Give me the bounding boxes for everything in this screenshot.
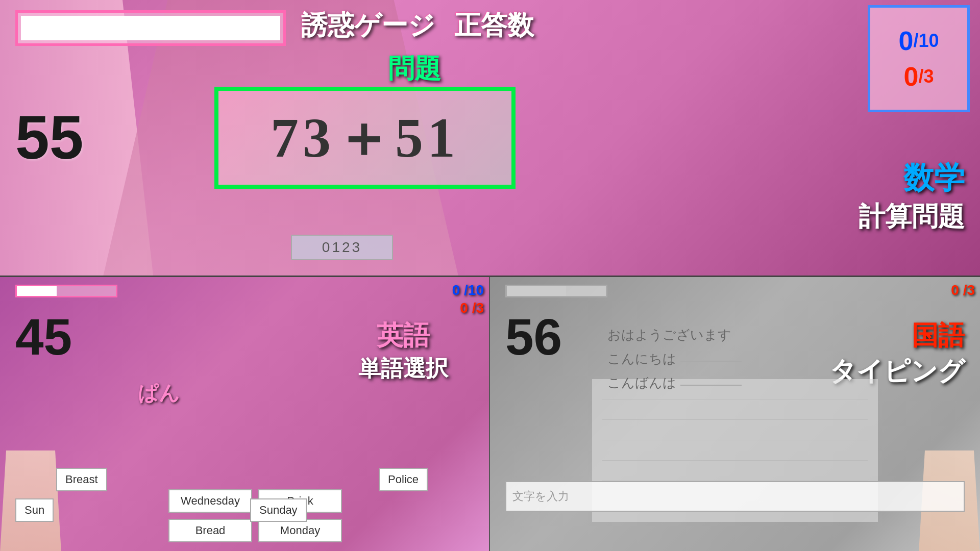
- score-blue-max: /10: [913, 30, 939, 52]
- kokugo-label: 国語 タイピング: [829, 318, 965, 389]
- top-panel: 55 誘惑ゲージ 正答数 問題 0 /10 0 /3 73＋51 数学 計算問題…: [0, 0, 980, 276]
- answer-input-display[interactable]: 0123: [291, 235, 393, 260]
- gauge-small-right-fill: [507, 286, 566, 296]
- mondai-label: 問題: [388, 51, 441, 87]
- jp-line-2: こんにちは: [607, 347, 742, 371]
- japanese-panel: 0 /3 56 国語 タイピング おはようございます こんにちは: [490, 277, 980, 551]
- gauge-fill: [21, 16, 280, 40]
- jp-text-3: こんばんは: [607, 371, 676, 395]
- math-problem-text: 73＋51: [271, 100, 459, 176]
- subject-label-top: 数学 計算問題: [859, 158, 965, 235]
- score-small-right: 0 /3: [951, 282, 975, 298]
- jp-underline-2: [680, 356, 742, 362]
- word-btn-monday[interactable]: Monday: [258, 519, 342, 542]
- score-red-max: /3: [918, 66, 934, 87]
- english-sub: 単語選択: [358, 354, 448, 384]
- word-btn-sun[interactable]: Sun: [15, 498, 54, 522]
- notebook-line-3: [602, 420, 868, 440]
- english-panel: 0 /10 0 /3 45 ぱん 英語 単語選択 Wednesday Drink…: [0, 277, 490, 551]
- score-line-1: 0 /10: [899, 26, 939, 56]
- subject-math-sub: 計算問題: [859, 199, 965, 235]
- score-box: 0 /10 0 /3: [868, 5, 970, 112]
- word-btn-breast[interactable]: Breast: [56, 468, 107, 491]
- word-btn-wednesday[interactable]: Wednesday: [168, 489, 252, 513]
- score-red-value: 0: [904, 61, 919, 92]
- jp-text-2: こんにちは: [607, 347, 676, 371]
- number-55: 55: [15, 102, 83, 172]
- subject-math: 数学: [859, 158, 965, 199]
- temptation-gauge: [15, 10, 286, 46]
- kokugo-title: 国語: [829, 318, 965, 354]
- notebook-line-2: [602, 399, 868, 420]
- score-small-left-blue: 0 /10: [452, 282, 484, 298]
- math-problem-box: 73＋51: [214, 87, 516, 189]
- gauge-border: [15, 10, 286, 46]
- bottom-row: 0 /10 0 /3 45 ぱん 英語 単語選択 Wednesday Drink…: [0, 277, 980, 551]
- score-small-left-red: 0 /3: [460, 300, 484, 316]
- japanese-lines: おはようございます こんにちは こんばんは: [607, 323, 742, 394]
- gauge-small-right: [505, 285, 607, 297]
- notebook-line-4: [602, 440, 868, 461]
- number-56: 56: [505, 308, 562, 366]
- pan-text: ぱん: [138, 379, 180, 407]
- word-btn-sunday[interactable]: Sunday: [250, 498, 307, 522]
- correct-label: 正答数: [454, 8, 534, 43]
- gauge-small-left: [15, 285, 117, 297]
- word-btn-bread[interactable]: Bread: [168, 519, 252, 542]
- gauge-small-left-fill: [17, 286, 57, 296]
- jp-underline-3: [680, 380, 742, 386]
- english-title: 英語: [358, 318, 448, 354]
- temptation-label: 誘惑ゲージ: [301, 8, 435, 43]
- score-line-2: 0 /3: [904, 61, 934, 92]
- score-blue-value: 0: [899, 26, 914, 56]
- number-45: 45: [15, 308, 72, 366]
- english-label: 英語 単語選択: [358, 318, 448, 384]
- text-input-right[interactable]: 文字を入力: [505, 481, 965, 512]
- jp-line-1: おはようございます: [607, 323, 742, 347]
- notebook-line-5: [602, 461, 868, 481]
- jp-line-3: こんばんは: [607, 371, 742, 395]
- word-btn-police[interactable]: Police: [379, 468, 428, 491]
- jp-text-1: おはようございます: [607, 323, 731, 347]
